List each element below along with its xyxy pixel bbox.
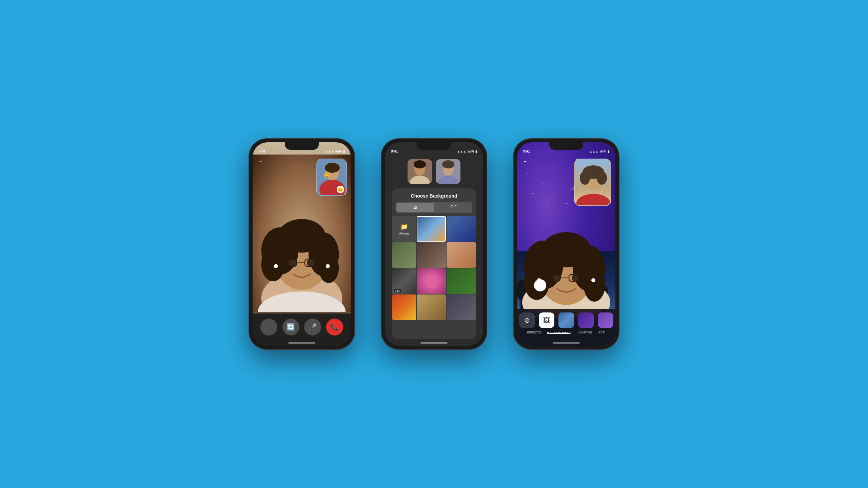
scene1-button[interactable] bbox=[558, 312, 574, 328]
photo-cell-4[interactable] bbox=[417, 242, 446, 268]
svg-point-42 bbox=[542, 232, 591, 267]
battery-icon-1: ▮ bbox=[343, 150, 345, 153]
status-icons-3: ▲▲▲ WiFi ▮ bbox=[589, 150, 609, 153]
phone-3: 9:41 ▲▲▲ WiFi ▮ ⌄ ⊘ 🖼 bbox=[514, 139, 619, 349]
svg-point-56 bbox=[580, 171, 590, 185]
svg-point-6 bbox=[261, 248, 285, 281]
mute-button[interactable]: 🎤 bbox=[304, 319, 321, 336]
pip-video-1: 😊 😊 bbox=[316, 159, 347, 196]
svg-point-18 bbox=[325, 163, 340, 173]
status-icons-2: ▲▲▲ WiFi ▮ bbox=[457, 150, 477, 153]
tab-photos[interactable]: 🖼 bbox=[396, 203, 434, 212]
signal-icon-3: ▲▲▲ bbox=[589, 150, 598, 153]
photo-cell-6[interactable]: 0:12 bbox=[392, 268, 416, 294]
status-time-3: 9:41 bbox=[523, 149, 530, 153]
photo-cell-1[interactable] bbox=[417, 216, 446, 242]
main-person-3 bbox=[517, 197, 615, 309]
pip-2 bbox=[436, 159, 460, 184]
end-call-button[interactable]: 📞 bbox=[326, 319, 343, 336]
svg-point-44 bbox=[584, 268, 605, 302]
notch-1 bbox=[285, 142, 319, 150]
phone1-screen: 9:41 ▲▲▲ WiFi ▮ ⌄ bbox=[253, 142, 351, 346]
phone3-screen: 9:41 ▲▲▲ WiFi ▮ ⌄ ⊘ 🖼 bbox=[517, 142, 615, 346]
panel-title: Choose Background bbox=[392, 188, 476, 202]
photo-cell-11[interactable] bbox=[447, 294, 476, 320]
call-controls: 🎥 🔄 🎤 📞 bbox=[253, 313, 351, 346]
tab-effects[interactable]: EFFECTS bbox=[527, 331, 541, 334]
tab-backgrounds-container: BACKGROUNDS bbox=[547, 331, 572, 334]
signal-icon-1: ▲▲▲ bbox=[325, 150, 334, 153]
photo-cell-7[interactable] bbox=[417, 268, 446, 294]
tab-lighting[interactable]: LIGHTING bbox=[578, 331, 592, 334]
pip-person-3 bbox=[575, 159, 611, 206]
battery-icon-2: ▮ bbox=[475, 150, 477, 153]
pip-1 bbox=[408, 159, 432, 184]
tab-activity[interactable]: ACTI bbox=[598, 331, 606, 334]
photo-cell-2[interactable] bbox=[447, 216, 476, 242]
albums-label: Albums bbox=[399, 232, 409, 235]
flip-camera-button[interactable]: 🔄 bbox=[282, 319, 299, 336]
photo-cell-8[interactable] bbox=[447, 268, 476, 294]
photo-grid: 📁 Albums 0:12 bbox=[392, 216, 476, 320]
pip-person-b bbox=[436, 159, 460, 184]
scene2-button[interactable] bbox=[578, 312, 594, 328]
photo-cell-5[interactable] bbox=[447, 242, 476, 268]
photo-cell-3[interactable] bbox=[392, 242, 416, 268]
pip-3 bbox=[574, 159, 611, 206]
phone-1: 9:41 ▲▲▲ WiFi ▮ ⌄ bbox=[249, 139, 354, 349]
scene3-button[interactable] bbox=[598, 312, 613, 328]
camera-button[interactable]: 🎥 bbox=[260, 319, 277, 336]
backgrounds-button[interactable]: 🖼 bbox=[539, 312, 554, 328]
background-panel: Choose Background 🖼 GIF 📁 Albums bbox=[392, 188, 476, 339]
tab-gif[interactable]: GIF bbox=[435, 202, 472, 211]
status-icons-1: ▲▲▲ WiFi ▮ bbox=[325, 150, 345, 153]
tab-backgrounds[interactable]: BACKGROUNDS bbox=[547, 331, 572, 334]
pip-person-a bbox=[408, 159, 432, 184]
home-indicator-2 bbox=[420, 342, 448, 344]
photo-cell-10[interactable] bbox=[417, 294, 446, 320]
effects-bar: ⊘ 🖼 EFFECTS BACKGROUNDS LIGHTING ACTI bbox=[517, 309, 615, 346]
notch-3 bbox=[549, 142, 583, 150]
signal-icon-2: ▲▲▲ bbox=[457, 150, 466, 153]
duration-badge: 0:12 bbox=[394, 289, 401, 292]
woman-svg-3 bbox=[517, 197, 615, 309]
active-tab-indicator bbox=[549, 333, 570, 334]
svg-point-27 bbox=[442, 160, 454, 168]
home-indicator-3 bbox=[553, 342, 580, 344]
wifi-icon-1: WiFi bbox=[335, 150, 342, 153]
phone2-screen: 9:41 ▲▲▲ WiFi ▮ bbox=[385, 142, 483, 346]
photo-cell-9[interactable] bbox=[392, 294, 416, 320]
phone-2: 9:41 ▲▲▲ WiFi ▮ bbox=[381, 139, 487, 349]
chevron-down-1[interactable]: ⌄ bbox=[258, 157, 263, 164]
fx-icons-row: ⊘ 🖼 bbox=[519, 312, 613, 328]
albums-cell[interactable]: 📁 Albums bbox=[392, 216, 416, 242]
svg-point-13 bbox=[274, 264, 278, 268]
chevron-down-3[interactable]: ⌄ bbox=[522, 157, 528, 164]
effect-tabs: EFFECTS BACKGROUNDS LIGHTING ACTI bbox=[527, 331, 605, 334]
svg-text:😊: 😊 bbox=[324, 172, 330, 178]
white-dot-3 bbox=[534, 279, 546, 291]
pip-row bbox=[385, 155, 483, 188]
media-tabs: 🖼 GIF bbox=[396, 202, 472, 213]
battery-icon-3: ▮ bbox=[608, 150, 609, 153]
wifi-icon-2: WiFi bbox=[468, 150, 474, 153]
notch-2 bbox=[417, 142, 451, 150]
svg-point-51 bbox=[591, 278, 595, 282]
svg-point-57 bbox=[597, 171, 607, 185]
svg-point-5 bbox=[278, 219, 325, 253]
status-time-2: 9:41 bbox=[391, 149, 398, 153]
smiley-badge: 😊 bbox=[337, 186, 344, 193]
no-effect-button[interactable]: ⊘ bbox=[519, 312, 535, 328]
status-time-1: 9:41 bbox=[259, 149, 265, 153]
svg-point-14 bbox=[326, 264, 330, 268]
wifi-icon-3: WiFi bbox=[600, 150, 606, 153]
albums-icon: 📁 bbox=[400, 223, 408, 230]
svg-point-23 bbox=[414, 160, 426, 168]
home-indicator-1 bbox=[288, 342, 315, 344]
